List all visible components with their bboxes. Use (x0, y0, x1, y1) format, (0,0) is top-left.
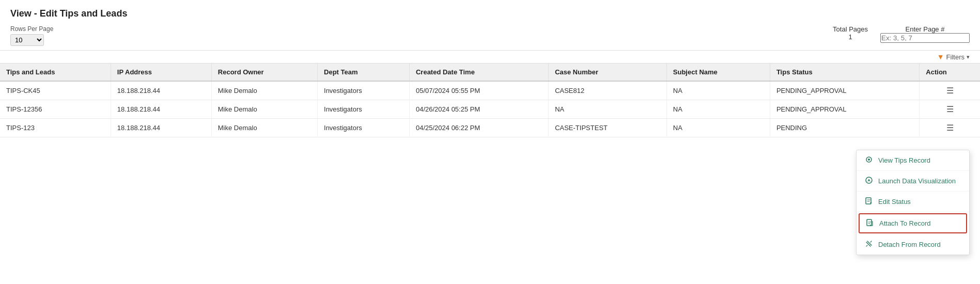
context-menu-item-attach-to-record[interactable]: Attach To Record (859, 213, 967, 233)
table-row: TIPS-123 18.188.218.44 Mike Demalo Inves… (0, 119, 980, 137)
cell-tips-status: PENDING_APPROVAL (770, 81, 919, 100)
cell-tips-status: PENDING (770, 119, 919, 137)
enter-page-input[interactable] (880, 33, 970, 43)
rows-per-page-label: Rows Per Page (10, 25, 53, 33)
filter-bar: ▼ Filters ▾ (0, 50, 980, 63)
chevron-down-icon: ▾ (967, 54, 970, 60)
view-tips-record-label: View Tips Record (878, 156, 930, 164)
cell-subject-name: NA (666, 100, 770, 119)
context-menu-item-view-tips-record[interactable]: View Tips Record (857, 150, 969, 171)
total-pages-value: 1 (848, 33, 852, 41)
attach-to-record-label: Attach To Record (879, 219, 930, 227)
col-record-owner: Record Owner (211, 64, 317, 82)
detach-from-record-label: Detach From Record (878, 241, 941, 248)
cell-action[interactable]: ☰ (920, 100, 980, 119)
context-menu: View Tips Record Launch Data Visualizati… (856, 150, 970, 255)
page-title: View - Edit Tips and Leads (0, 0, 980, 23)
cell-record-owner: Mike Demalo (211, 100, 317, 119)
cell-tips-and-leads: TIPS-CK45 (0, 81, 111, 100)
rows-per-page-container: Rows Per Page 10 25 50 100 (10, 25, 53, 46)
total-pages-label: Total Pages (833, 25, 868, 33)
action-menu-icon[interactable]: ☰ (946, 105, 954, 114)
table-row: TIPS-CK45 18.188.218.44 Mike Demalo Inve… (0, 81, 980, 100)
enter-page-label: Enter Page # (906, 25, 945, 33)
cell-created-date-time: 04/26/2024 05:25 PM (409, 100, 548, 119)
cell-case-number: NA (549, 100, 667, 119)
cell-dept-team: Investigators (318, 119, 410, 137)
view-tips-record-icon (865, 155, 873, 165)
cell-dept-team: Investigators (318, 81, 410, 100)
cell-record-owner: Mike Demalo (211, 81, 317, 100)
col-case-number: Case Number (549, 64, 667, 82)
cell-subject-name: NA (666, 81, 770, 100)
cell-case-number: CASE-TIPSTEST (549, 119, 667, 137)
edit-status-icon (865, 197, 873, 207)
enter-page-container: Enter Page # (880, 25, 970, 43)
filters-label: Filters (946, 53, 965, 61)
col-subject-name: Subject Name (666, 64, 770, 82)
tips-leads-table: Tips and Leads IP Address Record Owner D… (0, 63, 980, 137)
col-action: Action (920, 64, 980, 82)
rows-per-page-select[interactable]: 10 25 50 100 (10, 34, 44, 46)
col-ip-address: IP Address (111, 64, 211, 82)
col-created-date-time: Created Date Time (409, 64, 548, 82)
cell-action[interactable]: ☰ (920, 81, 980, 100)
context-menu-item-detach-from-record[interactable]: Detach From Record (857, 234, 969, 255)
attach-to-record-icon (866, 218, 874, 228)
total-pages-container: Total Pages 1 (833, 25, 868, 41)
cell-action[interactable]: ☰ (920, 119, 980, 137)
edit-status-label: Edit Status (878, 198, 911, 206)
controls-row: Rows Per Page 10 25 50 100 Total Pages 1… (0, 23, 980, 50)
cell-ip-address: 18.188.218.44 (111, 81, 211, 100)
action-menu-icon[interactable]: ☰ (946, 86, 954, 95)
filter-icon: ▼ (937, 53, 944, 61)
context-menu-item-launch-data-viz[interactable]: Launch Data Visualization (857, 171, 969, 192)
launch-data-viz-label: Launch Data Visualization (878, 177, 956, 185)
cell-ip-address: 18.188.218.44 (111, 119, 211, 137)
svg-rect-4 (867, 219, 872, 226)
cell-created-date-time: 05/07/2024 05:55 PM (409, 81, 548, 100)
detach-from-record-icon (865, 240, 873, 249)
cell-ip-address: 18.188.218.44 (111, 100, 211, 119)
cell-dept-team: Investigators (318, 100, 410, 119)
cell-tips-and-leads: TIPS-12356 (0, 100, 111, 119)
cell-record-owner: Mike Demalo (211, 119, 317, 137)
cell-tips-and-leads: TIPS-123 (0, 119, 111, 137)
col-tips-status: Tips Status (770, 64, 919, 82)
svg-point-1 (868, 159, 870, 161)
context-menu-item-edit-status[interactable]: Edit Status (857, 192, 969, 212)
cell-case-number: CASE812 (549, 81, 667, 100)
cell-subject-name: NA (666, 119, 770, 137)
pagination-area: Total Pages 1 Enter Page # (833, 25, 970, 43)
col-dept-team: Dept Team (318, 64, 410, 82)
action-menu-icon[interactable]: ☰ (946, 123, 954, 132)
table-header-row: Tips and Leads IP Address Record Owner D… (0, 64, 980, 82)
launch-data-viz-icon (865, 176, 873, 186)
table-row: TIPS-12356 18.188.218.44 Mike Demalo Inv… (0, 100, 980, 119)
cell-tips-status: PENDING_APPROVAL (770, 100, 919, 119)
col-tips-and-leads: Tips and Leads (0, 64, 111, 82)
filters-button[interactable]: ▼ Filters ▾ (937, 53, 970, 61)
cell-created-date-time: 04/25/2024 06:22 PM (409, 119, 548, 137)
